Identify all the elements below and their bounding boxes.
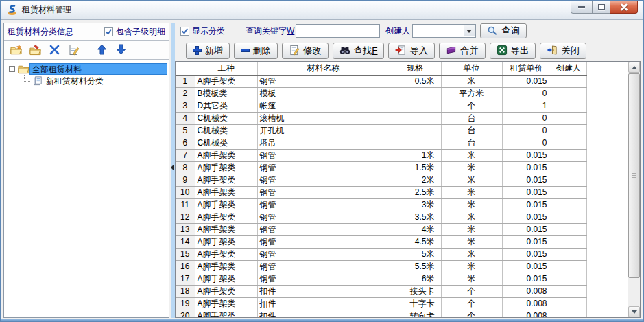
collapse-expander-icon[interactable] — [9, 66, 15, 72]
row-number-cell: 18 — [176, 285, 195, 297]
table-row[interactable]: 12A脚手架类钢管3.5米米0.015 — [176, 211, 628, 223]
search-icon — [487, 25, 499, 37]
scrollbar-thumb[interactable] — [628, 73, 640, 278]
import-icon — [395, 45, 407, 56]
column-header-rownum[interactable] — [176, 62, 195, 75]
table-cell: A脚手架类 — [195, 198, 257, 211]
include-sub-label: 包含子级明细 — [116, 26, 165, 38]
table-row[interactable]: 10A脚手架类钢管2.5米米0.015 — [176, 186, 628, 198]
include-sub-checkbox[interactable] — [104, 27, 113, 36]
show-category-checkbox[interactable] — [180, 27, 189, 36]
rename-category-icon[interactable] — [68, 44, 80, 56]
add-button[interactable]: 新增 — [186, 43, 230, 59]
maximize-button[interactable] — [593, 1, 610, 14]
find-button-label: 查找F — [354, 45, 378, 57]
table-row[interactable]: 9A脚手架类钢管2米米0.015 — [176, 174, 628, 186]
table-row[interactable]: 3D其它类帐篷个1 — [176, 100, 628, 112]
move-up-icon[interactable] — [97, 44, 108, 56]
table-row[interactable]: 20A脚手架类扣件转向卡个0.008 — [176, 310, 628, 317]
column-header-worktype[interactable]: 工种 — [195, 62, 257, 75]
vertical-scrollbar[interactable] — [628, 62, 640, 317]
scrollbar-track[interactable] — [628, 279, 640, 306]
show-category-label: 显示分类 — [192, 25, 225, 37]
table-row[interactable]: 18A脚手架类扣件接头卡个0.008 — [176, 285, 628, 297]
titlebar[interactable]: 租赁材料管理 — [1, 1, 643, 20]
creator-combobox[interactable] — [412, 24, 476, 38]
splitter-collapse-icon[interactable] — [171, 164, 174, 171]
table-row[interactable]: 17A脚手架类钢管6米米0.015 — [176, 273, 628, 285]
column-header-unit[interactable]: 单位 — [441, 62, 502, 75]
row-number-cell: 11 — [176, 198, 195, 211]
column-header-material[interactable]: 材料名称 — [257, 62, 390, 75]
tree-node-root[interactable]: 全部租赁材料 — [5, 62, 167, 75]
merge-button[interactable]: 合并 — [439, 43, 486, 59]
table-row[interactable]: 8A脚手架类钢管1.5米米0.015 — [176, 161, 628, 174]
combo-dropdown-button[interactable] — [464, 25, 475, 36]
column-header-creator[interactable]: 创建人 — [551, 62, 586, 75]
delete-category-icon[interactable] — [49, 44, 60, 56]
excel-icon — [497, 45, 508, 56]
add-category-icon[interactable] — [10, 44, 22, 56]
search-button[interactable]: 查询 — [480, 23, 527, 38]
column-header-spec[interactable]: 规格 — [390, 62, 441, 75]
table-row[interactable]: 6C机械类塔吊台0 — [176, 137, 628, 149]
table-row[interactable]: 15A脚手架类钢管5米米0.015 — [176, 248, 628, 260]
table-cell: 米 — [441, 260, 502, 273]
minimize-button[interactable] — [571, 1, 593, 14]
keyword-input[interactable] — [296, 24, 380, 38]
close-panel-button[interactable]: 关闭 — [540, 43, 586, 59]
table-cell: 0.5米 — [390, 75, 441, 87]
table-row[interactable]: 2B模板类模板平方米0 — [176, 87, 628, 100]
tree-root-label[interactable]: 全部租赁材料 — [29, 63, 167, 75]
table-cell — [390, 124, 441, 137]
find-button[interactable]: 查找F — [333, 43, 385, 59]
material-table: 工种 材料名称 规格 单位 租赁单价 创建人 1A脚手架类钢管0.5米米0.01… — [176, 62, 628, 317]
app-icon — [6, 4, 18, 16]
binoculars-icon — [339, 45, 351, 56]
scroll-down-button[interactable] — [628, 306, 640, 317]
note-page-icon — [32, 76, 44, 87]
table-row[interactable]: 14A脚手架类钢管4.5米米0.015 — [176, 235, 628, 248]
tree-node-child[interactable]: 新租赁材料分类 — [5, 75, 167, 87]
filler-cell — [586, 161, 628, 174]
table-cell: 3.5米 — [390, 211, 441, 223]
tree-child-label[interactable]: 新租赁材料分类 — [44, 76, 106, 87]
filler-cell — [586, 124, 628, 137]
table-cell: 米 — [441, 248, 502, 260]
filler-cell — [586, 87, 628, 100]
table-row[interactable]: 1A脚手架类钢管0.5米米0.015 — [176, 75, 628, 87]
table-header-row: 工种 材料名称 规格 单位 租赁单价 创建人 — [176, 62, 628, 75]
close-button[interactable] — [610, 1, 638, 14]
table-cell — [551, 124, 586, 137]
table-cell: 钢管 — [257, 273, 390, 285]
table-cell: 钢管 — [257, 186, 390, 198]
filler-cell — [586, 112, 628, 124]
column-header-price[interactable]: 租赁单价 — [502, 62, 551, 75]
table-row[interactable]: 4C机械类滚槽机台0 — [176, 112, 628, 124]
table-cell: 滚槽机 — [257, 112, 390, 124]
modify-button[interactable]: 修改 — [282, 43, 329, 59]
table-row[interactable]: 13A脚手架类钢管4米米0.015 — [176, 223, 628, 235]
creator-label: 创建人 — [385, 25, 410, 37]
delete-button[interactable]: 删除 — [234, 43, 278, 59]
table-cell: 钢管 — [257, 174, 390, 186]
keyword-label: 查询关键字W — [246, 25, 294, 37]
checkbox-check-icon — [181, 27, 189, 35]
edit-category-icon[interactable] — [29, 44, 41, 56]
table-cell: 钢管 — [257, 248, 390, 260]
table-row[interactable]: 19A脚手架类扣件十字卡个0.008 — [176, 297, 628, 310]
move-down-icon[interactable] — [116, 44, 128, 56]
table-row[interactable]: 16A脚手架类钢管5.5米米0.015 — [176, 260, 628, 273]
export-button[interactable]: 导出 — [490, 43, 536, 59]
table-cell: 个 — [441, 100, 502, 112]
table-cell — [551, 100, 586, 112]
table-row[interactable]: 5C机械类开孔机台0 — [176, 124, 628, 137]
maximize-icon — [598, 4, 605, 10]
table-cell: 0 — [502, 87, 551, 100]
import-button[interactable]: 导入 — [388, 43, 435, 59]
row-number-cell: 1 — [176, 75, 195, 87]
table-row[interactable]: 7A脚手架类钢管1米米0.015 — [176, 149, 628, 161]
table-row[interactable]: 11A脚手架类钢管3米米0.015 — [176, 198, 628, 211]
table-cell — [551, 223, 586, 235]
scroll-up-button[interactable] — [628, 62, 640, 73]
